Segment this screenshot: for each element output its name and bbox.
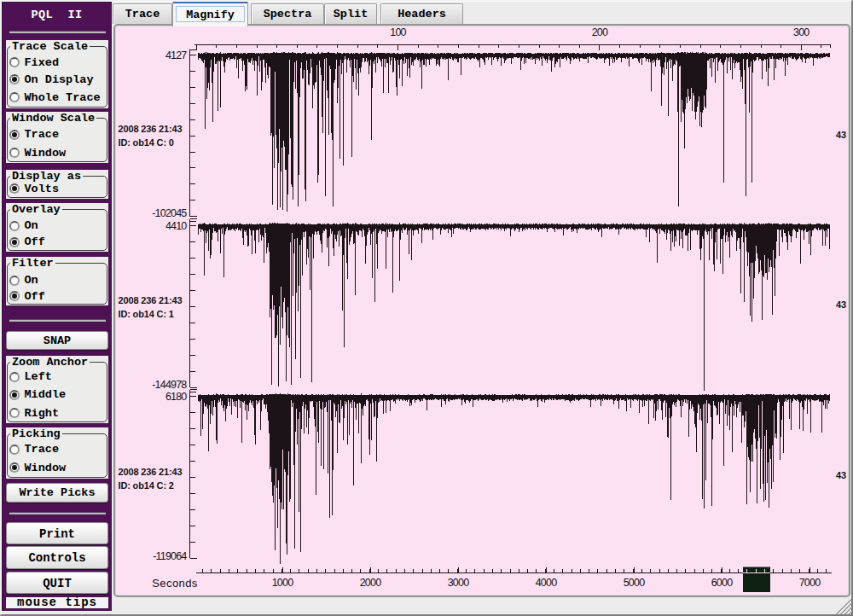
svg-text:4127: 4127 (165, 49, 187, 61)
svg-text:-119064: -119064 (153, 550, 187, 562)
svg-text:3000: 3000 (448, 577, 469, 589)
svg-text:2008 236 21:43: 2008 236 21:43 (119, 295, 183, 305)
svg-text:ID: ob14 C: 2: ID: ob14 C: 2 (119, 480, 174, 491)
svg-text:5000: 5000 (624, 577, 645, 589)
svg-text:1000: 1000 (272, 577, 293, 589)
svg-text:4000: 4000 (536, 577, 557, 589)
svg-text:200: 200 (592, 26, 608, 38)
svg-text:100: 100 (390, 26, 406, 38)
svg-text:2000: 2000 (360, 577, 381, 589)
svg-text:43: 43 (836, 299, 846, 310)
svg-text:-102045: -102045 (152, 207, 187, 219)
svg-text:6180: 6180 (165, 391, 187, 403)
svg-text:ID: ob14 C: 0: ID: ob14 C: 0 (119, 137, 174, 148)
svg-text:43: 43 (836, 130, 846, 140)
svg-text:6000: 6000 (711, 577, 733, 589)
svg-text:4410: 4410 (165, 220, 187, 232)
svg-text:300: 300 (793, 26, 809, 38)
svg-text:2008 236 21:43: 2008 236 21:43 (119, 467, 183, 477)
svg-text:ID: ob14 C: 1: ID: ob14 C: 1 (119, 309, 174, 319)
svg-text:-144978: -144978 (152, 379, 187, 391)
svg-text:Seconds: Seconds (152, 577, 197, 590)
svg-text:2008 236 21:43: 2008 236 21:43 (119, 124, 183, 134)
svg-text:7000: 7000 (799, 577, 821, 589)
svg-text:43: 43 (836, 470, 846, 480)
